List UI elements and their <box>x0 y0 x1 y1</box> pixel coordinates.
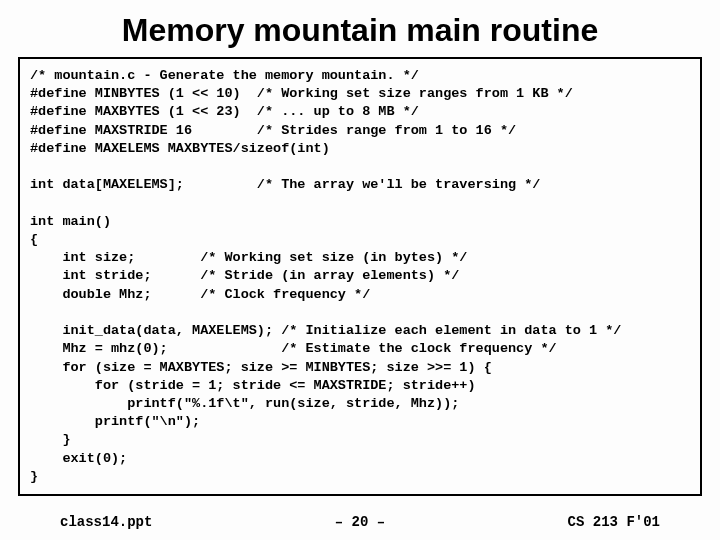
slide-title: Memory mountain main routine <box>0 0 720 57</box>
footer-right: CS 213 F'01 <box>568 514 660 530</box>
footer-center: – 20 – <box>335 514 385 530</box>
code-listing: /* mountain.c - Generate the memory moun… <box>18 57 702 496</box>
footer-left: class14.ppt <box>60 514 152 530</box>
slide-footer: class14.ppt – 20 – CS 213 F'01 <box>0 514 720 530</box>
